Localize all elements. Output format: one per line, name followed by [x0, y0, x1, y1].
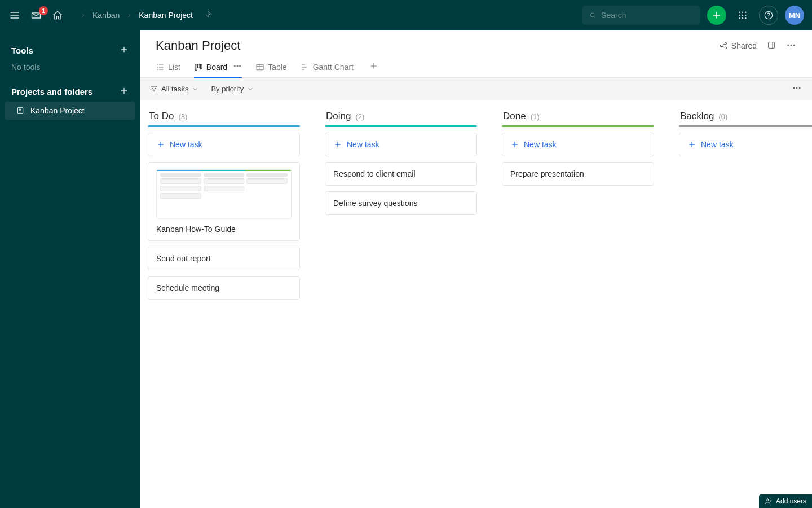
- task-card[interactable]: Prepare presentation: [502, 162, 654, 186]
- column-title: Done: [503, 111, 526, 122]
- plus-icon: [510, 140, 519, 149]
- new-task-button[interactable]: New task: [148, 133, 300, 156]
- filter-sort-label: By priority: [211, 85, 244, 93]
- svg-point-6: [745, 15, 746, 16]
- column-count: (3): [178, 112, 187, 121]
- svg-point-4: [739, 15, 740, 16]
- task-title: Send out report: [156, 254, 211, 263]
- shared-button[interactable]: Shared: [719, 41, 757, 50]
- svg-point-7: [739, 17, 740, 19]
- plus-icon: [333, 140, 342, 149]
- project-icon: [16, 106, 25, 115]
- add-users-button[interactable]: Add users: [759, 494, 812, 508]
- sidenav-projects-label: Projects and folders: [11, 87, 92, 97]
- svg-point-17: [791, 44, 792, 46]
- more-icon[interactable]: [786, 40, 796, 52]
- new-task-label: New task: [524, 140, 557, 149]
- add-users-label: Add users: [776, 497, 806, 505]
- create-button[interactable]: [707, 6, 726, 25]
- sidenav: Tools No tools Projects and folders Kanb…: [0, 30, 140, 508]
- svg-point-26: [793, 87, 795, 89]
- task-title: Kanban How-To Guide: [156, 225, 236, 234]
- board[interactable]: To Do (3) New task Kanban How-To GuideSe…: [140, 100, 812, 508]
- svg-point-5: [742, 15, 743, 16]
- inbox-icon[interactable]: 1: [29, 8, 43, 22]
- tab-board-more-icon[interactable]: [233, 62, 242, 72]
- task-title: Prepare presentation: [510, 169, 584, 178]
- column-title: To Do: [149, 111, 174, 122]
- inbox-badge: 1: [39, 6, 48, 15]
- task-card[interactable]: Define survey questions: [325, 191, 477, 215]
- plus-icon: [687, 140, 696, 149]
- column-count: (0): [718, 112, 727, 121]
- tab-table[interactable]: Table: [255, 56, 286, 77]
- add-project-button[interactable]: [120, 86, 129, 97]
- home-icon[interactable]: [51, 8, 64, 22]
- new-task-label: New task: [701, 140, 734, 149]
- new-task-button[interactable]: New task: [679, 133, 812, 156]
- filter-all-tasks[interactable]: All tasks: [150, 85, 198, 93]
- task-title: Schedule meeting: [156, 283, 219, 292]
- avatar[interactable]: MN: [785, 6, 804, 25]
- column-count: (2): [355, 112, 364, 121]
- pin-icon[interactable]: [203, 10, 212, 21]
- chevron-down-icon: [192, 86, 198, 93]
- svg-rect-15: [769, 42, 775, 48]
- column-title: Doing: [326, 111, 351, 122]
- search-input[interactable]: [582, 6, 700, 25]
- svg-point-16: [787, 44, 789, 46]
- help-icon[interactable]: [759, 6, 778, 25]
- tab-list[interactable]: List: [156, 56, 180, 77]
- breadcrumb: Kanban Kanban Project: [79, 10, 212, 21]
- chevron-right-icon: [79, 11, 87, 19]
- shared-label: Shared: [731, 41, 757, 50]
- tab-gantt-label: Gantt Chart: [313, 63, 354, 72]
- apps-grid-icon[interactable]: [733, 6, 752, 25]
- breadcrumb-item-kanban-project[interactable]: Kanban Project: [139, 11, 193, 20]
- task-title: Define survey questions: [333, 199, 417, 208]
- new-task-button[interactable]: New task: [325, 133, 477, 156]
- column-accent: [502, 125, 654, 127]
- sidenav-tools-label: Tools: [11, 46, 33, 55]
- tab-table-label: Table: [268, 63, 286, 72]
- task-card[interactable]: Schedule meeting: [148, 276, 300, 300]
- new-task-label: New task: [170, 140, 202, 149]
- topbar: 1 Kanban Kanban Project: [0, 0, 812, 30]
- main: Kanban Project Shared List Board: [140, 30, 812, 508]
- hamburger-icon[interactable]: [8, 8, 21, 22]
- task-card[interactable]: Send out report: [148, 247, 300, 270]
- svg-point-8: [742, 17, 743, 19]
- add-tool-button[interactable]: [120, 45, 129, 56]
- tab-gantt[interactable]: Gantt Chart: [301, 56, 354, 77]
- filter-sort[interactable]: By priority: [211, 85, 254, 93]
- column-backlog: Backlog (0) New task: [679, 111, 812, 496]
- svg-rect-20: [197, 64, 199, 68]
- search-field[interactable]: [601, 11, 694, 20]
- sidenav-no-tools: No tools: [0, 60, 140, 82]
- svg-point-23: [237, 65, 238, 67]
- column-accent: [679, 125, 812, 127]
- task-card[interactable]: Kanban How-To Guide: [148, 162, 300, 241]
- svg-point-18: [793, 44, 795, 46]
- filter-more-icon[interactable]: [792, 83, 802, 95]
- new-task-button[interactable]: New task: [502, 133, 654, 156]
- svg-point-12: [720, 45, 722, 46]
- filter-bar: All tasks By priority: [140, 78, 812, 100]
- filter-icon: [150, 85, 158, 93]
- chevron-down-icon: [247, 86, 254, 93]
- breadcrumb-item-kanban[interactable]: Kanban: [92, 11, 120, 20]
- column-accent: [325, 125, 477, 127]
- side-panel-icon[interactable]: [767, 41, 776, 51]
- svg-point-27: [796, 87, 798, 89]
- svg-point-0: [590, 13, 594, 17]
- task-card[interactable]: Respond to client email: [325, 162, 477, 186]
- add-view-button[interactable]: [369, 62, 378, 72]
- sidenav-section-projects: Projects and folders: [0, 82, 140, 102]
- sidebar-item-kanban-project[interactable]: Kanban Project: [5, 102, 135, 120]
- svg-point-13: [725, 42, 726, 44]
- sidebar-item-label: Kanban Project: [30, 106, 85, 115]
- svg-point-29: [766, 499, 769, 501]
- tab-board[interactable]: Board: [194, 56, 242, 77]
- project-title: Kanban Project: [156, 38, 240, 53]
- tab-board-label: Board: [206, 63, 227, 72]
